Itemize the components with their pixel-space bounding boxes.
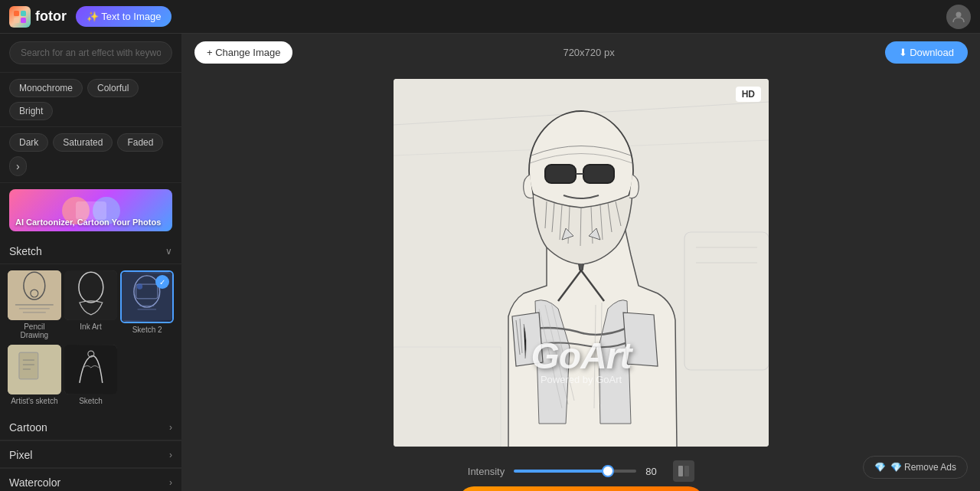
pixel-label: Pixel [9, 449, 32, 461]
tag-faded[interactable]: Faded [117, 133, 163, 152]
remove-ads-button[interactable]: 💎 💎 Remove Ads [863, 456, 968, 479]
sketch-grid: Pencil Drawing Ink Art [0, 264, 181, 414]
sketch-item-pencil-drawing[interactable]: Pencil Drawing [8, 270, 61, 342]
sketch-label-ink: Ink Art [64, 320, 118, 333]
fotor-logo: fotor [9, 6, 67, 28]
intensity-bar: Intensity 80 [468, 454, 694, 486]
cartoon-section: Cartoon › [0, 414, 181, 441]
search-input[interactable] [9, 41, 172, 64]
sketch-item-sketch2[interactable]: ✓ Sketch 2 [120, 270, 174, 342]
tag-bright[interactable]: Bright [9, 102, 53, 120]
cartoon-section-header[interactable]: Cartoon › [0, 414, 181, 440]
svg-rect-27 [64, 345, 118, 394]
main-layout: Monochrome Colorful Bright Dark Saturate… [0, 34, 980, 491]
tag-row-2: Dark Saturated Faded › [0, 127, 181, 183]
tag-more-button[interactable]: › [9, 156, 27, 176]
sketch-thumb-ink [64, 270, 118, 320]
compare-button[interactable] [673, 460, 694, 482]
watercolor-section: Watercolor › [0, 469, 181, 491]
tag-monochrome[interactable]: Monochrome [9, 79, 83, 97]
download-button[interactable]: ⬇ Download [885, 41, 968, 64]
sketch-chevron-icon: ∨ [165, 246, 172, 257]
watercolor-chevron-icon: › [169, 477, 172, 488]
sketch-section-label: Sketch [9, 245, 42, 257]
remove-ads-label: 💎 Remove Ads [890, 462, 956, 473]
search-box [0, 34, 181, 73]
svg-rect-23 [19, 352, 38, 379]
avatar[interactable] [946, 5, 971, 29]
svg-rect-53 [678, 466, 683, 476]
change-image-button[interactable]: + Change Image [194, 41, 292, 64]
svg-rect-34 [583, 165, 614, 183]
fotor-logo-icon [9, 6, 31, 28]
start-trial-button[interactable]: ⭐ Start free trial to remove watermark [459, 486, 704, 491]
canvas-image: HD GoArt Powered by GoArt [394, 79, 769, 447]
ai-cartoonizer-banner[interactable]: AI Cartoonizer, Cartoon Your Photos [9, 189, 172, 231]
sketch-item-artists-sketch[interactable]: Artist's sketch [8, 345, 61, 408]
image-size-label: 720x720 px [563, 47, 614, 58]
cartoon-chevron-icon: › [169, 422, 172, 433]
sidebar: Monochrome Colorful Bright Dark Saturate… [0, 34, 182, 491]
svg-rect-7 [76, 201, 106, 220]
sketch-thumb-pencil [8, 270, 61, 320]
pixel-chevron-icon: › [169, 450, 172, 460]
sketch-item-ink-art[interactable]: Ink Art [64, 270, 118, 342]
content-area: + Change Image 720x720 px ⬇ Download [182, 34, 980, 491]
tag-dark[interactable]: Dark [9, 133, 48, 152]
svg-rect-3 [21, 18, 26, 23]
intensity-slider[interactable] [514, 470, 636, 473]
watercolor-label: Watercolor [9, 476, 60, 489]
content-topbar: + Change Image 720x720 px ⬇ Download [182, 34, 980, 71]
watermark: GoArt Powered by GoArt [531, 335, 632, 385]
intensity-label: Intensity [468, 466, 505, 477]
selected-check-icon: ✓ [155, 275, 169, 289]
tag-row: Monochrome Colorful Bright [0, 73, 181, 127]
cartoon-label: Cartoon [9, 421, 47, 434]
sketch-label-artist: Artist's sketch [8, 394, 61, 408]
intensity-value: 80 [645, 466, 664, 477]
svg-rect-0 [14, 11, 19, 16]
text-to-image-button[interactable]: ✨ Text to Image [76, 6, 172, 27]
pixel-section-header[interactable]: Pixel › [0, 441, 181, 468]
tag-colorful[interactable]: Colorful [87, 79, 139, 97]
diamond-icon: 💎 [874, 462, 886, 473]
watercolor-section-header[interactable]: Watercolor › [0, 469, 181, 491]
svg-point-21 [137, 283, 143, 290]
svg-rect-33 [545, 165, 576, 183]
tag-saturated[interactable]: Saturated [53, 133, 113, 152]
sketch-thumb-sketch [64, 345, 118, 394]
sketch-item-sketch[interactable]: Sketch [64, 345, 118, 408]
topbar: fotor ✨ Text to Image [0, 0, 980, 34]
pixel-section: Pixel › [0, 441, 181, 469]
sketch-section-header[interactable]: Sketch ∨ [0, 237, 181, 264]
watermark-title: GoArt [531, 335, 632, 377]
sketch-label-pencil: Pencil Drawing [8, 320, 61, 342]
svg-rect-1 [21, 11, 26, 16]
watermark-subtitle: Powered by GoArt [531, 374, 632, 385]
sketch-thumb-artist [8, 345, 61, 394]
hd-badge: HD [736, 87, 761, 102]
banner-text: AI Cartoonizer, Cartoon Your Photos [15, 218, 161, 227]
sketch-label-sketch2: Sketch 2 [120, 323, 174, 336]
canvas-wrap: HD GoArt Powered by GoArt [386, 71, 776, 454]
svg-rect-54 [684, 466, 689, 476]
sketch-label-sketch: Sketch [64, 394, 118, 408]
svg-point-4 [956, 11, 962, 17]
svg-rect-2 [14, 18, 19, 23]
svg-rect-14 [64, 270, 118, 320]
fotor-wordmark: fotor [35, 8, 67, 25]
